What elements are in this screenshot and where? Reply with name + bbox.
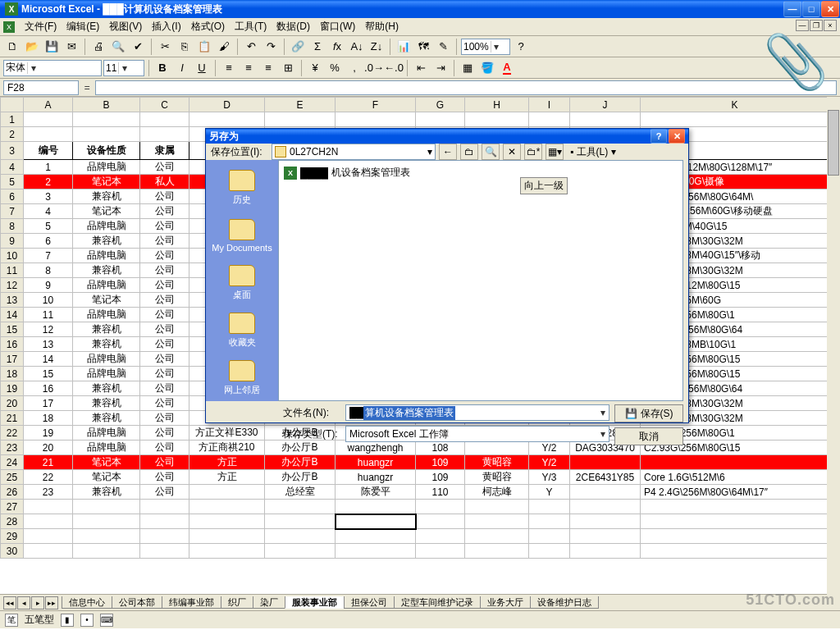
file-item[interactable]: X ████机设备档案管理表 [284, 166, 678, 180]
row-header[interactable]: 17 [1, 352, 24, 367]
cell[interactable] [336, 500, 416, 514]
cell[interactable] [24, 500, 73, 514]
delete-icon[interactable]: ✕ [503, 144, 521, 160]
cell[interactable]: 2CE6431Y85 [570, 470, 641, 485]
tools-label[interactable]: 工具(L) [577, 146, 609, 158]
sheet-tab[interactable]: 纬编事业部 [162, 596, 221, 609]
cell[interactable] [189, 529, 265, 544]
cell[interactable] [416, 529, 465, 544]
cut-icon[interactable]: ✂ [156, 38, 174, 56]
cell[interactable]: 兼容机 [73, 396, 140, 411]
row-header[interactable]: 29 [1, 529, 24, 544]
cell[interactable]: 6 [24, 234, 73, 249]
formula-input[interactable] [95, 80, 837, 95]
cell[interactable]: 品牌电脑 [73, 352, 140, 367]
back-icon[interactable]: ← [439, 144, 457, 160]
cell[interactable]: 兼容机 [73, 485, 140, 500]
cell[interactable] [189, 485, 265, 500]
vertical-scrollbar[interactable] [827, 97, 840, 596]
column-header[interactable]: F [336, 98, 416, 112]
cell[interactable]: 22 [24, 470, 73, 485]
doc-restore-button[interactable]: ❐ [810, 20, 823, 31]
cell[interactable]: Core 1.6G\512M\6 [641, 470, 829, 485]
cell[interactable]: 18 [24, 411, 73, 426]
menu-item[interactable]: 格式(O) [186, 19, 230, 34]
cell[interactable] [570, 529, 641, 544]
cell[interactable] [416, 514, 465, 529]
tab-nav-first[interactable]: ◂◂ [3, 596, 16, 609]
inc-indent-icon[interactable]: ⇥ [431, 59, 450, 77]
doc-close-button[interactable]: × [824, 20, 837, 31]
sheet-tab[interactable]: 织厂 [221, 596, 253, 609]
map-icon[interactable]: 🗺 [414, 38, 432, 56]
cell[interactable] [140, 500, 189, 514]
row-header[interactable]: 24 [1, 455, 24, 470]
cell[interactable] [140, 529, 189, 544]
column-header[interactable]: B [73, 98, 140, 112]
cell[interactable]: 品牌电脑 [73, 219, 140, 234]
cell[interactable]: 笔记本 [73, 175, 140, 189]
row-header[interactable]: 10 [1, 249, 24, 263]
cell[interactable]: 总经室 [265, 485, 336, 500]
comma-icon[interactable]: , [345, 59, 363, 77]
cell[interactable]: 品牌电脑 [73, 308, 140, 322]
cell[interactable]: 19 [24, 426, 73, 441]
cell[interactable]: 15 [24, 367, 73, 381]
row-header[interactable]: 20 [1, 396, 24, 411]
redo-icon[interactable]: ↷ [262, 38, 280, 56]
cell[interactable]: 公司 [140, 352, 189, 367]
align-right-icon[interactable]: ≡ [259, 59, 277, 77]
cell[interactable] [265, 544, 336, 559]
sheet-tab[interactable]: 染厂 [253, 596, 285, 609]
ime-icon[interactable]: 笔 [5, 614, 18, 627]
cell[interactable]: 公司 [140, 293, 189, 308]
chart-icon[interactable]: 📊 [395, 38, 413, 56]
cell[interactable]: 品牌电脑 [73, 249, 140, 263]
cell[interactable] [529, 544, 570, 559]
cell[interactable] [570, 544, 641, 559]
cell[interactable]: 黄昭容 [465, 455, 529, 470]
new-icon[interactable]: 🗋 [3, 38, 21, 56]
select-all-corner[interactable] [1, 98, 24, 112]
row-header[interactable]: 25 [1, 470, 24, 485]
cell[interactable]: 2 [24, 175, 73, 189]
cell[interactable]: 110 [416, 485, 465, 500]
dialog-help-button[interactable]: ? [651, 129, 667, 144]
search-web-icon[interactable]: 🔍 [482, 144, 500, 160]
cell[interactable] [529, 529, 570, 544]
cell[interactable]: 公司 [140, 485, 189, 500]
sheet-tab[interactable]: 公司本部 [112, 596, 162, 609]
row-header[interactable]: 28 [1, 514, 24, 529]
row-header[interactable]: 8 [1, 219, 24, 234]
row-header[interactable]: 3 [1, 142, 24, 160]
column-header[interactable]: A [24, 98, 73, 112]
cell[interactable]: 笔记本 [73, 293, 140, 308]
cell[interactable]: 公司 [140, 455, 189, 470]
ime-punct-icon[interactable]: • [80, 614, 94, 627]
cell[interactable]: 兼容机 [73, 234, 140, 249]
name-box[interactable]: F28 [3, 80, 79, 95]
cell[interactable]: 公司 [140, 160, 189, 175]
dialog-titlebar[interactable]: 另存为 ? ✕ [206, 129, 688, 144]
italic-icon[interactable]: I [173, 59, 191, 77]
cancel-button[interactable]: 取消 [614, 427, 683, 445]
tab-nav-last[interactable]: ▸▸ [45, 596, 58, 609]
cell[interactable]: 8 [24, 263, 73, 278]
hyperlink-icon[interactable]: 🔗 [289, 38, 307, 56]
doc-minimize-button[interactable]: — [796, 20, 809, 31]
undo-icon[interactable]: ↶ [242, 38, 260, 56]
cell[interactable]: 品牌电脑 [73, 160, 140, 175]
format-painter-icon[interactable]: 🖌 [215, 38, 233, 56]
menu-item[interactable]: 帮助(H) [360, 19, 404, 34]
cell[interactable]: 兼容机 [73, 381, 140, 396]
inc-decimal-icon[interactable]: .0→ [365, 59, 383, 77]
row-header[interactable]: 14 [1, 308, 24, 322]
cell[interactable]: 14 [24, 352, 73, 367]
row-header[interactable]: 7 [1, 204, 24, 219]
cell[interactable] [641, 500, 829, 514]
sort-asc-icon[interactable]: A↓ [348, 38, 366, 56]
cell[interactable]: 私人 [140, 175, 189, 189]
row-header[interactable]: 26 [1, 485, 24, 500]
filename-input[interactable]: ██算机设备档案管理表 ▾ [345, 404, 609, 421]
cell[interactable]: 17 [24, 396, 73, 411]
